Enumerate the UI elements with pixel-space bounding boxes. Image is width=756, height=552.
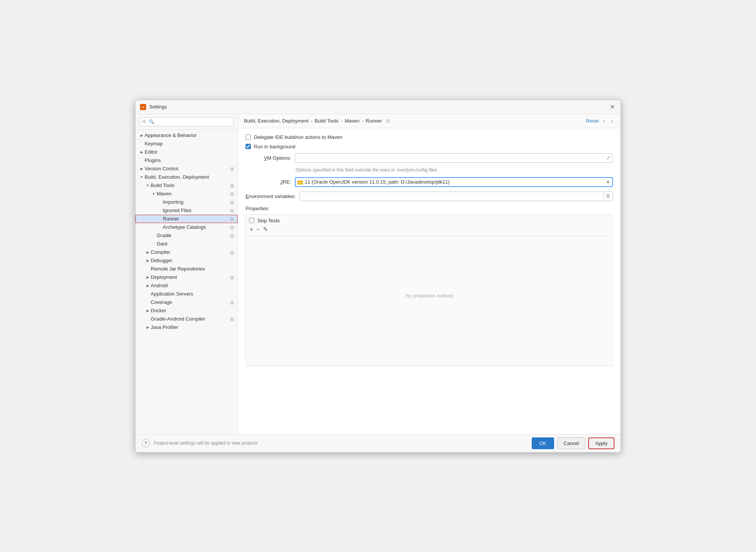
sidebar-item-plugins[interactable]: Plugins <box>135 156 238 165</box>
sidebar-item-build-tools[interactable]: ▼ Build Tools ⊞ <box>135 181 238 190</box>
spacer <box>139 141 145 147</box>
sidebar-item-editor[interactable]: ▶ Editor <box>135 148 238 156</box>
ok-button[interactable]: OK <box>532 437 554 449</box>
chevron-icon: ▼ <box>145 182 151 189</box>
chevron-icon: ▶ <box>139 166 145 172</box>
delegate-row: Delegate IDE build/run actions to Maven <box>246 134 613 140</box>
spacer <box>157 216 163 222</box>
jre-select-wrapper: 11 (Oracle OpenJDK version 11.0.15, path… <box>295 177 613 187</box>
sidebar-item-docker[interactable]: ▶ Docker <box>135 307 238 315</box>
footer: ? Project-level settings will be applied… <box>135 434 621 452</box>
spacer <box>145 299 151 305</box>
breadcrumb-bar: Build, Execution, Deployment › Build Too… <box>238 114 621 128</box>
nav-forward-button[interactable]: › <box>610 117 614 125</box>
sidebar-item-build-exec[interactable]: ▼ Build, Execution, Deployment <box>135 173 238 181</box>
spacer <box>151 233 157 239</box>
sidebar-item-importing[interactable]: Importing ⊞ <box>135 198 238 206</box>
edit-property-button[interactable]: ✎ <box>262 226 269 233</box>
sidebar-item-java-profiler[interactable]: ▶ Java Profiler <box>135 323 238 332</box>
delegate-checkbox[interactable] <box>246 134 251 140</box>
divider <box>249 236 610 236</box>
chevron-icon: ▶ <box>145 274 151 280</box>
spacer <box>157 199 163 205</box>
chevron-icon: ▶ <box>139 132 145 138</box>
sidebar-item-gant[interactable]: Gant <box>135 240 238 248</box>
sidebar-item-ignored-files[interactable]: Ignored Files ⊞ <box>135 206 238 215</box>
jre-row: JRE: 11 (Oracle OpenJDK version 11.0.15,… <box>246 177 613 187</box>
titlebar: IJ Settings ✕ <box>135 100 621 114</box>
settings-gear-icon: ⊞ <box>230 191 235 197</box>
spacer <box>157 224 163 230</box>
settings-gear-icon: ⊞ <box>230 208 235 213</box>
footer-hint: Project-level settings will be applied t… <box>154 440 532 446</box>
vm-options-expand-button[interactable]: ⤢ <box>604 154 613 161</box>
dialog-title: Settings <box>149 104 608 110</box>
env-vars-input[interactable] <box>300 192 603 201</box>
spacer <box>151 241 157 247</box>
properties-section: Properties: Skip Tests + − ✎ No properti… <box>246 206 613 366</box>
breadcrumb-actions: Reset ‹ › <box>586 117 614 125</box>
vm-options-input[interactable] <box>295 154 604 162</box>
sidebar-item-keymap[interactable]: Keymap <box>135 140 238 148</box>
breadcrumb-sep-2: › <box>341 118 342 124</box>
chevron-icon: ▶ <box>145 249 151 255</box>
props-toolbar: + − ✎ <box>249 226 610 233</box>
help-button[interactable]: ? <box>142 439 150 447</box>
spacer <box>145 316 151 322</box>
sidebar-item-deployment[interactable]: ▶ Deployment ⊞ <box>135 273 238 282</box>
env-vars-table-button[interactable]: ☰ <box>603 192 613 200</box>
settings-gear-icon: ⊞ <box>230 200 235 205</box>
content-panel: Build, Execution, Deployment › Build Too… <box>238 114 621 434</box>
breadcrumb-current: Runner <box>366 118 382 124</box>
chevron-icon: ▶ <box>145 308 151 314</box>
vm-options-label: VM Options: <box>246 155 291 161</box>
background-row: Run in background <box>246 144 613 149</box>
background-label: Run in background <box>254 144 295 149</box>
nav-back-button[interactable]: ‹ <box>602 117 607 125</box>
sidebar-item-compiler[interactable]: ▶ Compiler ⊞ <box>135 248 238 256</box>
properties-label: Properties: <box>246 206 613 211</box>
jre-dropdown-button[interactable]: ▾ <box>605 179 611 186</box>
close-button[interactable]: ✕ <box>608 103 616 111</box>
sidebar-item-archetype-catalogs[interactable]: Archetype Catalogs ⊞ <box>135 223 238 231</box>
sidebar-item-runner[interactable]: Runner ⊞ <box>135 215 238 223</box>
settings-gear-icon: ⊞ <box>230 225 235 230</box>
search-input[interactable] <box>139 117 234 126</box>
chevron-icon: ▶ <box>145 258 151 264</box>
svg-text:IJ: IJ <box>142 105 145 109</box>
env-vars-label: Environment variables: <box>246 193 296 199</box>
settings-tree: ▶ Appearance & Behavior Keymap ▶ Editor … <box>135 130 238 434</box>
sidebar-item-app-servers[interactable]: Application Servers <box>135 290 238 298</box>
sidebar-item-maven[interactable]: ▼ Maven ⊞ <box>135 190 238 198</box>
chevron-icon: ▶ <box>145 324 151 330</box>
sidebar-item-appearance[interactable]: ▶ Appearance & Behavior <box>135 131 238 140</box>
sidebar-item-remote-jar[interactable]: Remote Jar Repositories <box>135 265 238 273</box>
cancel-button[interactable]: Cancel <box>557 437 585 449</box>
jre-value: 11 (Oracle OpenJDK version 11.0.15, path… <box>305 179 605 185</box>
sidebar-item-gradle[interactable]: Gradle ⊞ <box>135 231 238 240</box>
background-checkbox[interactable] <box>246 144 251 149</box>
settings-gear-icon: ⊞ <box>230 183 235 188</box>
jre-label: JRE: <box>246 179 291 185</box>
settings-gear-icon: ⊞ <box>230 233 235 238</box>
reset-link[interactable]: Reset <box>586 118 599 124</box>
settings-dialog: IJ Settings ✕ ▶ Appearance & Behavior Ke… <box>135 100 621 453</box>
settings-gear-icon: ⊞ <box>230 316 235 322</box>
apply-button[interactable]: Apply <box>588 437 614 449</box>
skip-tests-label: Skip Tests <box>257 218 280 223</box>
sidebar-item-coverage[interactable]: Coverage ⊞ <box>135 298 238 307</box>
footer-buttons: OK Cancel Apply <box>532 437 614 449</box>
sidebar-item-gradle-android[interactable]: Gradle-Android Compiler ⊞ <box>135 315 238 323</box>
jre-folder-icon <box>297 179 303 185</box>
sidebar: ▶ Appearance & Behavior Keymap ▶ Editor … <box>135 114 238 434</box>
sidebar-item-debugger[interactable]: ▶ Debugger <box>135 256 238 265</box>
delegate-label: Delegate IDE build/run actions to Maven <box>254 134 342 140</box>
add-property-button[interactable]: + <box>249 226 254 233</box>
sidebar-item-android[interactable]: ▶ Android <box>135 282 238 290</box>
skip-tests-checkbox[interactable] <box>249 218 254 223</box>
sidebar-item-version-control[interactable]: ▶ Version Control ⊞ <box>135 165 238 173</box>
vm-options-row: VM Options: ⤢ <box>246 153 613 163</box>
remove-property-button[interactable]: − <box>255 226 260 233</box>
spacer <box>157 208 163 214</box>
app-icon: IJ <box>140 104 146 110</box>
